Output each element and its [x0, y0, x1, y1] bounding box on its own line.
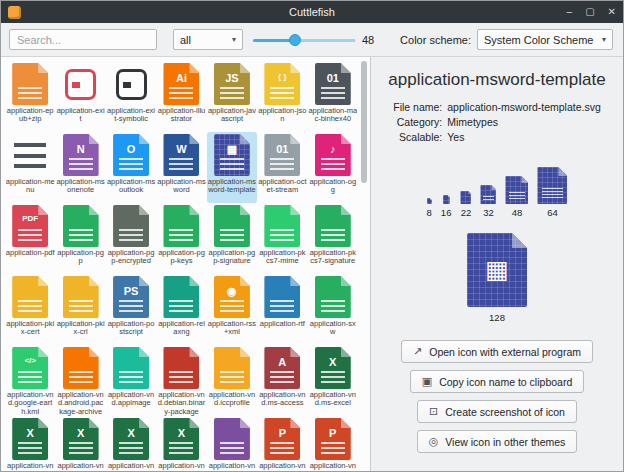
- screenshot-button[interactable]: ⊡Create screenshot of icon: [417, 400, 577, 423]
- themes-button[interactable]: ◎View icon in other themes: [417, 430, 578, 453]
- icon-cell[interactable]: Aapplication-vnd.ms-access: [257, 345, 307, 416]
- icon-cell[interactable]: application-vnd.ms-infopath: [207, 416, 257, 471]
- icon-cell[interactable]: application-epub+zip: [5, 61, 55, 132]
- icon-cell[interactable]: Xapplication-vnd.ms-excel.template.macro…: [156, 416, 206, 471]
- icon-cell[interactable]: application-pkcs7-signature: [308, 203, 358, 274]
- preview-icon: [480, 185, 496, 204]
- icon-cell[interactable]: </>application-vnd.google-earth.kml: [5, 345, 55, 416]
- icon-cell[interactable]: { }application-json: [257, 61, 307, 132]
- file-type-icon: [163, 205, 199, 247]
- icon-label: application-rss+xml: [207, 320, 256, 337]
- themes-icon: ◎: [429, 436, 439, 447]
- icon-cell[interactable]: application-pkcs7-mime: [257, 203, 307, 274]
- scrollbar-thumb[interactable]: [361, 61, 367, 183]
- size-label: 8: [427, 207, 432, 218]
- icon-cell[interactable]: application-sxw: [308, 274, 358, 345]
- file-type-icon: [315, 205, 351, 247]
- icon-cell[interactable]: 01application-octet-stream: [257, 132, 307, 203]
- size-label: 16: [441, 207, 452, 218]
- doc-lines-decor: [169, 300, 193, 313]
- icon-wrap: [214, 418, 250, 460]
- file-type-icon: [264, 276, 300, 318]
- search-input[interactable]: [9, 29, 157, 50]
- icon-cell[interactable]: application-pgp-keys: [156, 203, 206, 274]
- doc-lines-decor: [321, 87, 345, 100]
- doc-lines-decor: [321, 371, 345, 384]
- icon-wrap: [63, 347, 99, 389]
- file-type-icon: [12, 63, 48, 105]
- icon-cell[interactable]: PSapplication-postscript: [106, 274, 156, 345]
- close-icon[interactable]: ✕: [608, 7, 616, 17]
- file-type-icon: [163, 347, 199, 389]
- doc-lines-decor: [542, 188, 563, 200]
- icon-cell[interactable]: ▦application-msword-template: [207, 132, 257, 203]
- doc-lines-decor: [220, 442, 244, 455]
- icon-cell[interactable]: Aiapplication-illustrator: [156, 61, 206, 132]
- doc-lines-decor: [18, 87, 42, 100]
- icon-cell[interactable]: ♪application-ogg: [308, 132, 358, 203]
- size-preview: 22: [460, 191, 471, 218]
- icon-label: application-vnd.ms-excel.sheet.binary.ma…: [56, 462, 105, 471]
- icon-cell[interactable]: 01application-mac-binhex40: [308, 61, 358, 132]
- icon-wrap: [65, 63, 96, 105]
- icon-cell[interactable]: JSapplication-javascript: [207, 61, 257, 132]
- app-icon[interactable]: [8, 6, 21, 19]
- icon-cell[interactable]: Papplication-vnd.ms-powerpoint.addin.mac…: [308, 416, 358, 471]
- icon-cell[interactable]: application-pkix-cert: [5, 274, 55, 345]
- file-type-icon: X: [63, 418, 99, 460]
- icon-cell[interactable]: application-exit: [55, 61, 105, 132]
- maximize-icon[interactable]: ▢: [585, 7, 594, 17]
- icon-cell[interactable]: application-vnd.appimage: [106, 345, 156, 416]
- icon-cell[interactable]: application-vnd.android.package-archive: [55, 345, 105, 416]
- icon-cell[interactable]: application-pgp-encrypted: [106, 203, 156, 274]
- icon-wrap: Ai: [163, 63, 199, 105]
- icon-cell[interactable]: Napplication-msonenote: [55, 132, 105, 203]
- slider-handle[interactable]: [289, 34, 301, 46]
- icon-cell[interactable]: Oapplication-msoutlook: [106, 132, 156, 203]
- icon-cell[interactable]: application-pgp-signature: [207, 203, 257, 274]
- icon-cell[interactable]: Xapplication-vnd.ms-excel.addin.macroEna…: [5, 416, 55, 471]
- icon-cell[interactable]: Xapplication-vnd.ms-excel.sheet.binary.m…: [55, 416, 105, 471]
- titlebar[interactable]: Cuttlefish – ▢ ✕: [1, 1, 623, 23]
- size-preview: 48: [505, 176, 528, 218]
- icon-wrap: N: [63, 134, 99, 176]
- icon-cell[interactable]: PDFapplication-pdf: [5, 203, 55, 274]
- icon-label: application-vnd.ms-excel.template.macroE…: [157, 462, 206, 471]
- icon-cell[interactable]: application-rtf: [257, 274, 307, 345]
- toolbar: all ▾ 48 Color scheme: System Color Sche…: [1, 23, 623, 57]
- scrollbar[interactable]: [361, 58, 368, 470]
- doc-lines-decor: [69, 158, 93, 171]
- open-external-button[interactable]: ↗Open icon with external program: [401, 340, 593, 363]
- icon-wrap: [264, 205, 300, 247]
- icon-cell[interactable]: Papplication-vnd.ms-powerpoint: [257, 416, 307, 471]
- cuttlefish-window: Cuttlefish – ▢ ✕ all ▾ 48 Color scheme: …: [0, 0, 624, 472]
- icon-cell[interactable]: application-pkix-crl: [55, 274, 105, 345]
- icon-wrap: X: [113, 418, 149, 460]
- icon-cell[interactable]: Xapplication-vnd.ms-excel.sheet.macroEna…: [106, 416, 156, 471]
- icon-cell[interactable]: ◉application-rss+xml: [207, 274, 257, 345]
- exit-icon: [116, 69, 147, 100]
- color-scheme-dropdown[interactable]: System Color Scheme ▾: [477, 29, 613, 50]
- category-dropdown[interactable]: all ▾: [173, 29, 243, 50]
- copy-button[interactable]: ▣Copy icon name to clipboard: [410, 370, 584, 393]
- icon-cell[interactable]: application-vnd.iccprofile: [207, 345, 257, 416]
- icon-label: application-relaxng: [157, 320, 206, 337]
- file-type-icon: [113, 347, 149, 389]
- icon-cell[interactable]: application-relaxng: [156, 274, 206, 345]
- icon-cell[interactable]: Xapplication-vnd.ms-excel: [308, 345, 358, 416]
- icon-cell[interactable]: Wapplication-msword: [156, 132, 206, 203]
- doc-lines-decor: [270, 442, 294, 455]
- file-type-icon: X: [163, 418, 199, 460]
- minimize-icon[interactable]: –: [567, 7, 573, 17]
- icon-label: application-vnd.debian.binary-package: [157, 391, 206, 416]
- icon-cell[interactable]: application-pgp: [55, 203, 105, 274]
- icon-cell[interactable]: application-menu: [5, 132, 55, 203]
- file-glyph: X: [163, 428, 199, 439]
- slider-track-right[interactable]: [299, 39, 355, 42]
- size-slider[interactable]: [253, 30, 355, 50]
- file-glyph: JS: [214, 73, 250, 84]
- doc-lines-decor: [220, 229, 244, 242]
- file-glyph: N: [63, 144, 99, 155]
- icon-cell[interactable]: application-vnd.debian.binary-package: [156, 345, 206, 416]
- icon-cell[interactable]: application-exit-symbolic: [106, 61, 156, 132]
